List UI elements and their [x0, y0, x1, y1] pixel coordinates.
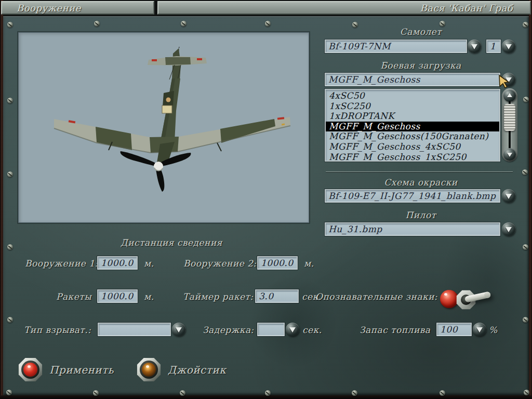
weapon2-input[interactable] — [257, 256, 298, 270]
screw-icon — [7, 22, 13, 28]
screw-icon — [94, 21, 100, 26]
fuel-input[interactable] — [436, 323, 472, 336]
convergence-title: Дистанция сведения — [31, 237, 312, 248]
chevron-down-icon — [506, 227, 512, 232]
loadout-list-item[interactable]: MGFF_M_Geschoss_1xSC250 — [326, 152, 499, 162]
pilot-select[interactable]: Hu_31.bmp — [325, 222, 500, 236]
aircraft-count-dropdown-button[interactable] — [502, 39, 515, 53]
screw-icon — [352, 390, 357, 396]
weapon1-label: Вооружение 1: — [25, 258, 98, 269]
aircraft-dropdown-button[interactable] — [468, 39, 481, 53]
loadout-list: 4xSC501xSC2501xDROPTANKMGFF_M_GeschossMG… — [325, 89, 500, 162]
chevron-down-icon — [507, 153, 512, 157]
delay-label: Задержка: — [203, 325, 254, 335]
chevron-down-icon — [506, 44, 512, 49]
screw-icon — [7, 244, 13, 250]
loadout-list-item[interactable]: MGFF_M_Geschoss_4xSC50 — [326, 142, 499, 152]
weapon2-unit: м. — [304, 258, 314, 269]
joystick-label: Джойстик — [168, 364, 226, 376]
aircraft-count-field[interactable]: 1 — [486, 39, 501, 53]
loadout-select[interactable]: MGFF_M_Geschoss — [325, 73, 500, 86]
aircraft-select[interactable]: Bf-109T-7NM — [325, 39, 467, 53]
rockets-input[interactable] — [97, 289, 138, 303]
screw-icon — [440, 21, 445, 26]
aircraft-render — [19, 33, 308, 221]
screw-icon — [523, 97, 529, 102]
fuse-dropdown-button[interactable] — [172, 323, 185, 336]
screw-icon — [7, 171, 13, 177]
apply-label: Применить — [49, 364, 114, 376]
screw-icon — [523, 244, 528, 250]
aircraft-tail — [148, 47, 207, 79]
delay-unit: сек. — [302, 325, 322, 335]
scroll-down-button[interactable] — [503, 148, 516, 161]
fuel-label: Запас топлива — [360, 325, 430, 335]
screen-title-tab: Вооружение — [1, 1, 154, 15]
screw-icon — [265, 21, 271, 26]
aircraft-section-label: Самолет — [325, 26, 517, 37]
weapon2-label: Вооружение 2: — [183, 258, 257, 269]
chevron-down-icon — [506, 194, 512, 199]
screw-icon — [352, 22, 358, 28]
skin-dropdown-button[interactable] — [502, 189, 515, 203]
chevron-down-icon — [476, 327, 483, 332]
player-name: Вася 'Кабан' Граб — [420, 3, 513, 14]
loadout-list-item[interactable]: MGFF_M_Geschoss(150Granaten) — [326, 131, 499, 142]
loadout-list-item[interactable]: 1xDROPTANK — [326, 111, 499, 122]
arming-screen: Вооружение Вася 'Кабан' Граб — [0, 0, 532, 399]
weapon1-input[interactable] — [97, 256, 138, 270]
screw-icon — [524, 390, 529, 395]
section-divider — [326, 171, 513, 172]
bezel-bottom — [0, 395, 532, 399]
chevron-up-icon — [507, 93, 512, 97]
delay-input[interactable] — [257, 323, 285, 336]
markings-toggle-switch[interactable] — [456, 290, 498, 311]
fuel-dropdown-button[interactable] — [473, 323, 486, 336]
markings-label: Опознавательные знаки: — [315, 291, 437, 302]
screw-icon — [180, 390, 185, 396]
screw-icon — [7, 98, 13, 103]
apply-lamp-icon — [23, 363, 37, 377]
delay-dropdown-button[interactable] — [286, 323, 299, 336]
chevron-down-icon — [289, 327, 296, 332]
scroll-up-button[interactable] — [503, 89, 516, 102]
weapon1-unit: м. — [144, 258, 154, 269]
screw-icon — [523, 22, 528, 28]
rocket-timer-label: Таймер ракет: — [183, 291, 254, 302]
screw-icon — [181, 21, 187, 26]
joystick-lamp-icon — [142, 363, 156, 377]
loadout-list-item[interactable]: 4xSC50 — [326, 91, 499, 101]
rockets-label: Ракеты — [56, 291, 91, 302]
screw-icon — [7, 317, 13, 323]
screw-icon — [265, 390, 271, 396]
chevron-down-icon — [471, 44, 477, 49]
bezel-right — [528, 0, 532, 399]
aircraft-fuselage — [160, 78, 180, 144]
rockets-unit: м. — [144, 291, 154, 302]
fuse-type-label: Тип взрыват.: — [24, 325, 91, 335]
skin-select[interactable]: Bf-109-E7_II-JG77_1941_blank.bmp — [325, 189, 500, 203]
screw-icon — [440, 390, 445, 396]
rocket-timer-input[interactable] — [255, 289, 299, 303]
loadout-section-label: Боевая загрузка — [325, 60, 517, 71]
loadout-dropdown-button[interactable] — [502, 73, 515, 86]
player-name-tab: Вася 'Кабан' Граб — [157, 1, 531, 15]
fuel-unit: % — [489, 325, 498, 335]
fuse-type-select[interactable] — [98, 323, 171, 336]
markings-indicator-lamp — [440, 290, 458, 308]
scrollbar-thumb[interactable] — [504, 104, 515, 131]
chevron-down-icon — [176, 327, 182, 332]
screw-icon — [6, 390, 12, 395]
skin-section-label: Схема окраски — [325, 177, 517, 188]
loadout-list-item[interactable]: MGFF_M_Geschoss — [326, 122, 499, 132]
screw-icon — [522, 169, 528, 175]
screw-icon — [523, 317, 528, 323]
pilot-dropdown-button[interactable] — [502, 222, 515, 236]
aircraft-preview — [18, 32, 309, 223]
screen-title: Вооружение — [17, 3, 81, 14]
loadout-list-item[interactable]: 1xSC250 — [326, 101, 499, 112]
screw-icon — [93, 390, 99, 396]
pilot-section-label: Пилот — [325, 210, 517, 220]
loadout-scrollbar[interactable] — [502, 88, 517, 162]
chevron-down-icon — [506, 77, 512, 83]
